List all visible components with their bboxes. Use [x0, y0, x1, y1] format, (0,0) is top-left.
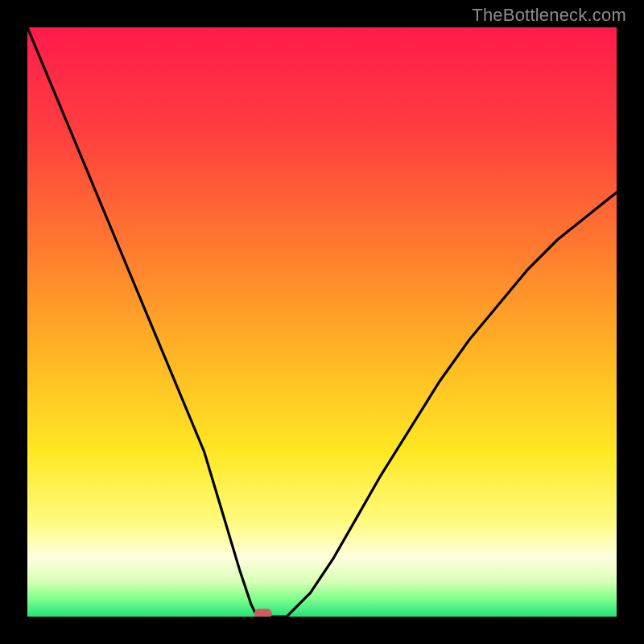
chart-frame: TheBottleneck.com [0, 0, 644, 644]
watermark-text: TheBottleneck.com [472, 5, 626, 26]
optimum-marker [254, 609, 272, 617]
curve-path [27, 27, 617, 617]
plot-area [27, 27, 617, 617]
bottleneck-curve [27, 27, 617, 617]
